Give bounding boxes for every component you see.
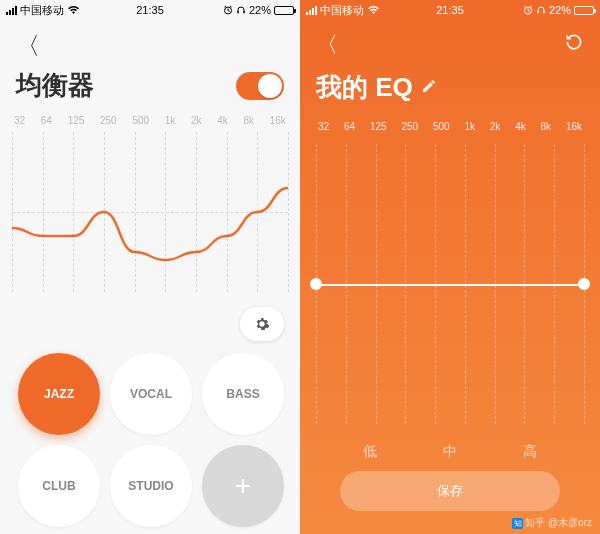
freq-label: 64 <box>344 121 355 132</box>
freq-label: 4k <box>217 115 228 126</box>
alarm-icon <box>223 5 233 15</box>
freq-label: 16k <box>270 115 286 126</box>
eq-handle[interactable] <box>578 278 590 290</box>
battery-icon <box>274 6 294 15</box>
add-preset-button[interactable]: + <box>202 445 284 527</box>
preset-grid: JAZZVOCALBASSCLUBSTUDIO+ <box>0 315 300 527</box>
gear-icon <box>254 316 270 332</box>
range-labels: 低中高 <box>300 443 600 461</box>
freq-label: 32 <box>318 121 329 132</box>
preset-vocal[interactable]: VOCAL <box>110 353 192 435</box>
freq-label: 500 <box>132 115 149 126</box>
clock: 21:35 <box>436 4 464 16</box>
headphone-icon <box>536 5 546 15</box>
eq-graph[interactable]: 32641252505001k2k4k8k16k <box>300 121 600 441</box>
page-title: 均衡器 <box>16 68 94 103</box>
preset-jazz[interactable]: JAZZ <box>18 353 100 435</box>
alarm-icon <box>523 5 533 15</box>
signal-icon <box>6 6 17 15</box>
svg-rect-1 <box>237 11 239 14</box>
range-label: 高 <box>523 443 537 461</box>
freq-label: 1k <box>165 115 176 126</box>
freq-label: 64 <box>41 115 52 126</box>
page-title: 我的 EQ <box>316 70 413 105</box>
wifi-icon <box>367 5 380 15</box>
svg-rect-4 <box>537 11 539 14</box>
status-bar: 中国移动 21:35 22% <box>300 0 600 20</box>
back-button[interactable]: 〈 <box>316 30 338 60</box>
back-button[interactable]: 〈 <box>16 30 40 62</box>
freq-label: 2k <box>191 115 202 126</box>
status-bar: 中国移动 21:35 22% <box>0 0 300 20</box>
settings-button[interactable] <box>240 307 284 341</box>
preset-studio[interactable]: STUDIO <box>110 445 192 527</box>
freq-labels: 32641252505001k2k4k8k16k <box>316 121 584 138</box>
svg-rect-2 <box>243 11 245 14</box>
signal-icon <box>306 6 317 15</box>
watermark: 知知乎 @木彦orz <box>512 516 592 530</box>
freq-label: 250 <box>100 115 117 126</box>
freq-label: 16k <box>566 121 582 132</box>
freq-label: 8k <box>541 121 552 132</box>
freq-label: 32 <box>14 115 25 126</box>
clock: 21:35 <box>136 4 164 16</box>
eq-handle[interactable] <box>310 278 322 290</box>
freq-label: 125 <box>370 121 387 132</box>
pencil-icon <box>421 78 437 94</box>
preset-club[interactable]: CLUB <box>18 445 100 527</box>
freq-labels: 32641252505001k2k4k8k16k <box>12 115 288 132</box>
battery-icon <box>574 6 594 15</box>
battery-pct: 22% <box>549 4 571 16</box>
undo-icon <box>564 32 584 52</box>
freq-label: 125 <box>68 115 85 126</box>
freq-label: 4k <box>515 121 526 132</box>
carrier-label: 中国移动 <box>320 3 364 18</box>
freq-label: 250 <box>401 121 418 132</box>
headphone-icon <box>236 5 246 15</box>
eq-flat-line[interactable] <box>320 284 580 286</box>
freq-label: 2k <box>490 121 501 132</box>
freq-label: 1k <box>464 121 475 132</box>
preset-bass[interactable]: BASS <box>202 353 284 435</box>
battery-pct: 22% <box>249 4 271 16</box>
freq-label: 8k <box>244 115 255 126</box>
range-label: 中 <box>443 443 457 461</box>
range-label: 低 <box>363 443 377 461</box>
svg-rect-5 <box>543 11 545 14</box>
freq-label: 500 <box>433 121 450 132</box>
eq-toggle[interactable] <box>236 72 284 100</box>
save-button[interactable]: 保存 <box>340 471 560 511</box>
carrier-label: 中国移动 <box>20 3 64 18</box>
wifi-icon <box>67 5 80 15</box>
reset-button[interactable] <box>564 32 584 58</box>
edit-button[interactable] <box>421 78 437 98</box>
eq-graph[interactable]: 32641252505001k2k4k8k16k <box>0 115 300 315</box>
